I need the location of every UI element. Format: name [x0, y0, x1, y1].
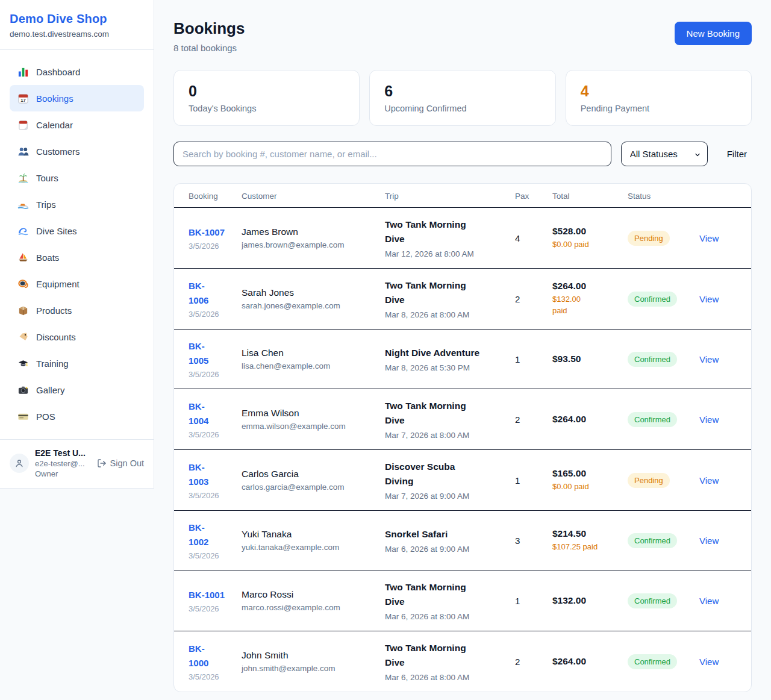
column-header-total: Total: [552, 184, 628, 208]
filter-button[interactable]: Filter: [717, 149, 752, 159]
pax-count: 1: [515, 596, 520, 606]
brand: Demo Dive Shop demo.test.divestreams.com: [0, 0, 154, 50]
view-link[interactable]: View: [699, 414, 719, 425]
sidebar-item-customers[interactable]: Customers: [10, 138, 144, 164]
trip-datetime: Mar 6, 2026 at 8:00 AM: [385, 673, 509, 682]
sidebar-item-label: POS: [36, 411, 55, 422]
status-badge: Confirmed: [628, 412, 677, 427]
stat-value: 0: [189, 83, 345, 100]
sidebar-item-calendar[interactable]: Calendar: [10, 111, 144, 138]
trip-name: Two Tank Morning Dive: [385, 580, 509, 609]
user-email: e2e-tester@...: [35, 459, 91, 468]
column-header-booking: Booking: [174, 184, 242, 208]
booking-id-link[interactable]: BK- 1006: [189, 279, 208, 308]
view-link[interactable]: View: [699, 475, 719, 486]
sidebar-item-label: Training: [36, 358, 69, 369]
graduation-cap-icon: [17, 357, 29, 369]
wave-icon: [17, 225, 29, 237]
pax-count: 1: [515, 475, 520, 486]
credit-card-icon: [17, 410, 29, 422]
column-header-trip: Trip: [385, 184, 515, 208]
booking-id-link[interactable]: BK- 1003: [189, 460, 208, 489]
table-row: BK-1001 3/5/2026 Marco Rossi marco.rossi…: [174, 570, 751, 631]
view-link[interactable]: View: [699, 596, 719, 606]
customer-email: emma.wilson@example.com: [242, 422, 379, 431]
bookings-table-card: BookingCustomerTripPaxTotalStatus BK-100…: [173, 183, 752, 692]
total-amount: $264.00: [552, 281, 622, 292]
booking-date: 3/5/2026: [189, 491, 236, 500]
user-name: E2E Test U...: [35, 448, 91, 458]
trip-datetime: Mar 8, 2026 at 5:30 PM: [385, 363, 509, 372]
booking-date: 3/5/2026: [189, 310, 236, 319]
page-title: Bookings: [173, 19, 245, 38]
table-header-row: BookingCustomerTripPaxTotalStatus: [174, 184, 751, 208]
customer-name: James Brown: [242, 227, 379, 237]
filter-row: All Statuses Filter: [173, 142, 752, 166]
sidebar-item-dive-sites[interactable]: Dive Sites: [10, 217, 144, 244]
trip-datetime: Mar 7, 2026 at 9:00 AM: [385, 492, 509, 501]
total-amount: $165.00: [552, 468, 622, 479]
sidebar-item-dashboard[interactable]: Dashboard: [10, 58, 144, 85]
sailboat-icon: [17, 251, 29, 263]
view-link[interactable]: View: [699, 657, 719, 667]
trip-name: Two Tank Morning Dive: [385, 217, 509, 246]
sidebar-item-tours[interactable]: Tours: [10, 164, 144, 191]
table-row: BK- 1003 3/5/2026 Carlos Garcia carlos.g…: [174, 450, 751, 511]
total-amount: $264.00: [552, 656, 622, 667]
sidebar-item-label: Trips: [36, 199, 56, 210]
booking-id-link[interactable]: BK-1007: [189, 225, 225, 240]
table-row: BK- 1004 3/5/2026 Emma Wilson emma.wilso…: [174, 389, 751, 450]
sidebar-item-bookings[interactable]: 17Bookings: [10, 85, 144, 111]
customer-email: sarah.jones@example.com: [242, 301, 379, 310]
package-icon: [17, 304, 29, 316]
sidebar-item-products[interactable]: Products: [10, 297, 144, 323]
sign-out-button[interactable]: Sign Out: [97, 458, 144, 468]
status-badge: Confirmed: [628, 654, 677, 669]
status-filter-select[interactable]: All Statuses: [621, 142, 708, 166]
page-header: Bookings 8 total bookings New Booking: [173, 19, 752, 53]
sidebar-item-training[interactable]: Training: [10, 350, 144, 377]
customer-email: marco.rossi@example.com: [242, 603, 379, 612]
search-input[interactable]: [173, 142, 611, 166]
booking-id-link[interactable]: BK- 1005: [189, 339, 208, 368]
status-badge: Pending: [628, 231, 670, 246]
trip-datetime: Mar 6, 2026 at 8:00 AM: [385, 612, 509, 621]
view-link[interactable]: View: [699, 354, 719, 364]
stat-card-upcoming-confirmed: 6Upcoming Confirmed: [369, 70, 555, 126]
customer-email: lisa.chen@example.com: [242, 361, 379, 370]
total-amount: $132.00: [552, 595, 622, 606]
sidebar-item-label: Dashboard: [36, 67, 80, 77]
new-booking-button[interactable]: New Booking: [675, 22, 752, 45]
trip-name: Night Dive Adventure: [385, 346, 509, 360]
sidebar-item-label: Boats: [36, 252, 59, 263]
booking-date: 3/5/2026: [189, 370, 236, 379]
user-section: E2E Test U... e2e-tester@... Owner Sign …: [0, 439, 154, 488]
view-link[interactable]: View: [699, 294, 719, 304]
sidebar-item-trips[interactable]: Trips: [10, 191, 144, 217]
status-badge: Pending: [628, 473, 670, 488]
pax-count: 2: [515, 294, 520, 304]
trip-name: Two Tank Morning Dive: [385, 641, 509, 670]
sidebar-item-boats[interactable]: Boats: [10, 244, 144, 270]
customer-email: carlos.garcia@example.com: [242, 483, 379, 492]
total-amount: $528.00: [552, 226, 622, 237]
calendar-icon: 17: [17, 92, 29, 104]
sidebar-item-label: Customers: [36, 146, 80, 157]
booking-date: 3/5/2026: [189, 551, 236, 560]
people-icon: [17, 145, 29, 157]
booking-id-link[interactable]: BK- 1000: [189, 642, 208, 670]
sidebar-item-gallery[interactable]: Gallery: [10, 377, 144, 403]
sidebar-item-discounts[interactable]: Discounts: [10, 323, 144, 350]
trip-name: Snorkel Safari: [385, 527, 509, 542]
view-link[interactable]: View: [699, 233, 719, 243]
sidebar-nav: Dashboard17BookingsCalendarCustomersTour…: [0, 50, 154, 436]
view-link[interactable]: View: [699, 536, 719, 546]
sidebar-item-pos[interactable]: POS: [10, 403, 144, 430]
booking-id-link[interactable]: BK-1001: [189, 588, 225, 602]
bar-chart-icon: [17, 66, 29, 78]
sidebar-item-equipment[interactable]: Equipment: [10, 270, 144, 297]
booking-id-link[interactable]: BK- 1004: [189, 399, 208, 428]
sidebar-item-label: Discounts: [36, 332, 76, 342]
booking-id-link[interactable]: BK- 1002: [189, 520, 208, 549]
booking-date: 3/5/2026: [189, 242, 236, 251]
